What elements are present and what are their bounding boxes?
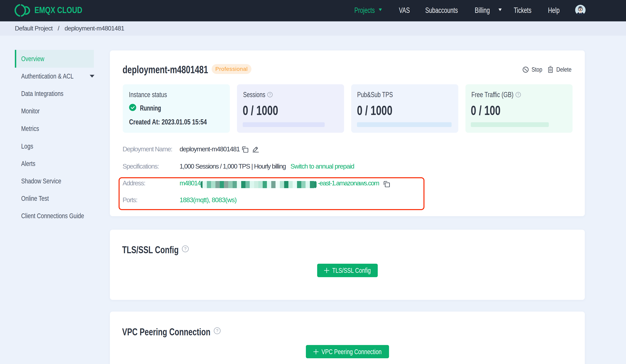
svg-text:?: ?: [269, 93, 271, 97]
svg-text:?: ?: [216, 328, 218, 333]
svg-text:?: ?: [517, 93, 519, 97]
svg-text:?: ?: [184, 246, 187, 251]
